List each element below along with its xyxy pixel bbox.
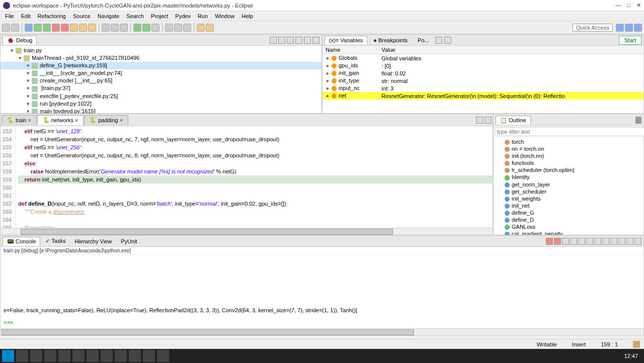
view-menu-button[interactable]	[295, 37, 302, 44]
maximize-button[interactable]: □	[627, 2, 630, 9]
editor-tab-networks[interactable]: 🐍 networks ×	[37, 115, 84, 125]
outline-tab[interactable]: 📋 Outline	[496, 116, 531, 125]
menu-window[interactable]: Window	[212, 12, 237, 20]
toolbar-btn[interactable]	[183, 24, 191, 32]
outline-item[interactable]: define_G	[495, 209, 642, 216]
debug-tree[interactable]: ▾train.py▾MainThread - pid_9192_id_27662…	[1, 46, 321, 113]
outline-item[interactable]: init_weights	[495, 195, 642, 202]
minimize-view-button[interactable]	[304, 37, 311, 44]
step-return-button[interactable]	[88, 24, 96, 32]
stack-frame[interactable]: ▾execfile [_pydev_execfile.py:25]	[1, 93, 321, 100]
source-area[interactable]: elif netG == 'unet_128': net = UnetGener…	[16, 126, 493, 228]
close-tab-icon[interactable]: ×	[75, 117, 78, 123]
view-button[interactable]	[444, 37, 451, 44]
variable-row[interactable]: ▸GlobalsGlobal variables	[323, 54, 643, 62]
console-button[interactable]	[562, 238, 569, 245]
start-button[interactable]: Start	[619, 36, 641, 45]
stack-frame[interactable]: ▾__init__ [cycle_gan_model.py:74]	[1, 69, 321, 77]
menu-pydev[interactable]: Pydev	[172, 12, 194, 20]
view-button[interactable]	[278, 37, 285, 44]
menu-navigate[interactable]: Navigate	[95, 12, 122, 20]
toolbar-btn[interactable]	[102, 24, 110, 32]
nav-back-button[interactable]	[197, 24, 205, 32]
outline-filter[interactable]	[495, 127, 644, 136]
console-button[interactable]	[586, 238, 593, 245]
taskbar-item[interactable]	[58, 350, 70, 362]
terminate-button[interactable]	[52, 24, 60, 32]
debug-tab[interactable]: 🐞 Debug	[3, 36, 37, 45]
taskbar-item[interactable]	[143, 350, 155, 362]
resume-button[interactable]	[43, 24, 51, 32]
step-into-button[interactable]	[70, 24, 78, 32]
console-h-scrollbar[interactable]	[1, 328, 643, 335]
view-button[interactable]	[640, 117, 641, 124]
taskbar-item[interactable]	[101, 350, 113, 362]
start-button[interactable]	[2, 350, 14, 362]
perspective-button[interactable]	[625, 24, 633, 32]
view-button[interactable]	[435, 37, 442, 44]
taskbar-item[interactable]	[115, 350, 127, 362]
disconnect-button[interactable]	[61, 24, 69, 32]
editor-h-scrollbar[interactable]	[1, 228, 493, 235]
console-output[interactable]: e=False, track_running_stats=False), ReL…	[1, 255, 643, 328]
outline-item[interactable]: functools	[495, 159, 642, 166]
debug-button[interactable]	[25, 24, 33, 32]
menu-source[interactable]: Source	[70, 12, 94, 20]
variable-row[interactable]: ▸input_ncint: 3	[323, 84, 643, 92]
toolbar-btn[interactable]	[111, 24, 119, 32]
quick-access[interactable]: Quick Access	[573, 24, 613, 32]
taskbar-item[interactable]	[157, 350, 169, 362]
editor-tab-padding[interactable]: 🐍 padding ×	[84, 115, 128, 125]
console-button[interactable]	[594, 238, 601, 245]
console-button[interactable]	[626, 238, 633, 245]
toolbar-btn[interactable]	[120, 24, 128, 32]
stack-frame[interactable]: ▾create_model [__init__.py:65]	[1, 77, 321, 84]
maximize-view-button[interactable]	[312, 37, 319, 44]
minimize-editor-button[interactable]	[476, 117, 483, 124]
maximize-editor-button[interactable]	[485, 117, 492, 124]
outline-item[interactable]: GANLoss	[495, 223, 642, 230]
stack-frame[interactable]: ▾run [pydevd.py:1022]	[1, 100, 321, 108]
breakpoints-tab[interactable]: ● Breakpoints	[369, 36, 412, 44]
outline-item[interactable]: lr_scheduler (torch.optim)	[495, 166, 642, 173]
variable-row[interactable]: ▸netResnetGenerator: ResnetGenerator(\n …	[323, 92, 643, 100]
run-dropdown[interactable]	[133, 24, 141, 32]
debug-dropdown[interactable]	[142, 24, 150, 32]
editor-tab-train[interactable]: 🐍 train ×	[2, 115, 37, 125]
outline-item[interactable]: init_net	[495, 202, 642, 209]
outline-item[interactable]: get_norm_layer	[495, 181, 642, 188]
view-button[interactable]	[270, 37, 277, 44]
taskbar-item[interactable]	[30, 350, 42, 362]
menu-help[interactable]: Help	[238, 12, 256, 20]
console-prompt[interactable]: >>>	[4, 319, 13, 325]
outline-tree[interactable]: torchnn = torch.nninit (torch.nn)functoo…	[494, 137, 643, 235]
stack-frame[interactable]: ▾train.py	[1, 47, 321, 54]
taskbar-item[interactable]	[129, 350, 141, 362]
variables-tab[interactable]: (x)= Variables	[325, 36, 367, 44]
col-name[interactable]: Name	[323, 46, 378, 54]
taskbar-item[interactable]	[16, 350, 28, 362]
console-button[interactable]	[602, 238, 609, 245]
console-button[interactable]	[578, 238, 585, 245]
outline-item[interactable]: cal_gradient_penalty	[495, 230, 642, 235]
menu-run[interactable]: Run	[195, 12, 211, 20]
nav-forward-button[interactable]	[206, 24, 214, 32]
menu-edit[interactable]: Edit	[18, 12, 34, 20]
po-tab[interactable]: Po...	[414, 36, 433, 44]
clock[interactable]: 12:47	[620, 353, 642, 359]
menu-file[interactable]: File	[2, 12, 17, 20]
stack-frame[interactable]: ▾define_G [networks.py:159]	[1, 62, 321, 69]
close-tab-icon[interactable]: ×	[28, 117, 31, 123]
pyunit-tab[interactable]: PyUnit	[117, 237, 141, 245]
console-button[interactable]	[634, 238, 641, 245]
console-button[interactable]	[554, 238, 561, 245]
perspective-button[interactable]	[634, 24, 642, 32]
menu-search[interactable]: Search	[123, 12, 147, 20]
outline-item[interactable]: Identity	[495, 173, 642, 180]
menu-project[interactable]: Project	[148, 12, 171, 20]
col-value[interactable]: Value	[378, 46, 643, 54]
stack-frame[interactable]: ▾ [train.py:37]	[1, 84, 321, 92]
view-button[interactable]	[287, 37, 294, 44]
outline-item[interactable]: nn = torch.nn	[495, 145, 642, 152]
console-button[interactable]	[618, 238, 625, 245]
